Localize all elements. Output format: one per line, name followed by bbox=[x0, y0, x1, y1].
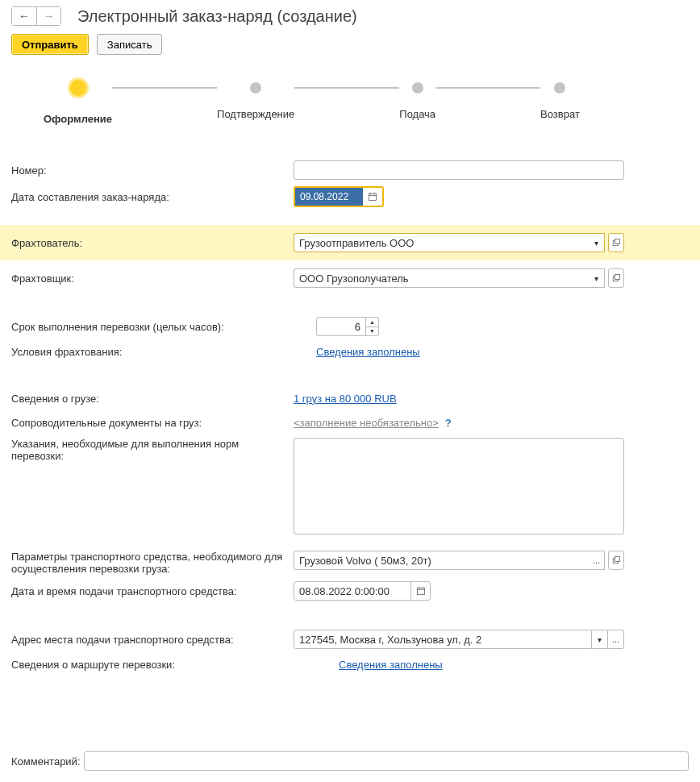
step-line bbox=[294, 87, 399, 89]
svg-rect-0 bbox=[369, 193, 377, 200]
duration-label: Срок выполнения перевозки (целых часов): bbox=[11, 321, 294, 333]
conditions-link[interactable]: Сведения заполнены bbox=[316, 346, 420, 358]
number-input[interactable] bbox=[294, 160, 624, 180]
conditions-label: Условия фрахтования: bbox=[11, 346, 294, 358]
open-icon[interactable] bbox=[608, 268, 624, 288]
vehicle-combo: Грузовой Volvo ( 50м3, 20т) … bbox=[294, 551, 624, 570]
date-input[interactable]: 09.08.2022 bbox=[295, 188, 363, 206]
svg-rect-7 bbox=[615, 275, 620, 280]
cargo-link[interactable]: 1 груз на 80 000 RUB bbox=[294, 393, 397, 405]
progress-steps: Оформление Подтверждение Подача Возврат bbox=[44, 77, 681, 125]
supply-dt-label: Дата и время подачи транспортного средст… bbox=[11, 585, 294, 597]
step-dot-icon bbox=[68, 77, 89, 98]
svg-rect-5 bbox=[615, 239, 620, 244]
docs-placeholder-link[interactable]: <заполнение необязательно> bbox=[294, 417, 439, 429]
supply-dt-input[interactable]: 08.08.2022 0:00:00 bbox=[294, 582, 410, 600]
help-icon[interactable]: ? bbox=[445, 417, 452, 429]
address-label: Адрес места подачи транспортного средств… bbox=[11, 634, 294, 646]
charterer-input[interactable]: Грузоотправитель ООО bbox=[294, 233, 589, 252]
instructions-label: Указания, необходимые для выполнения нор… bbox=[11, 438, 294, 462]
page-title: Электронный заказ-наряд (создание) bbox=[77, 7, 357, 26]
calendar-icon[interactable] bbox=[410, 582, 430, 600]
dropdown-icon[interactable]: ▾ bbox=[592, 630, 608, 649]
step-dot-icon bbox=[554, 82, 565, 94]
nav-forward-button[interactable]: → bbox=[36, 7, 60, 25]
docs-label: Сопроводительные документы на груз: bbox=[11, 417, 294, 429]
number-label: Номер: bbox=[11, 164, 294, 177]
duration-spinner: 6 ▲ ▼ bbox=[316, 317, 379, 336]
nav-history-buttons: ← → bbox=[11, 6, 61, 26]
charterer-label: Фрахтователь: bbox=[11, 237, 294, 249]
step-line bbox=[112, 87, 217, 89]
step-label: Возврат bbox=[540, 108, 580, 120]
duration-input[interactable]: 6 bbox=[317, 318, 365, 335]
dots-icon[interactable]: … bbox=[608, 630, 624, 649]
dropdown-icon[interactable]: ▾ bbox=[589, 268, 605, 288]
step-dot-icon bbox=[250, 82, 261, 94]
route-label: Сведения о маршруте перевозки: bbox=[11, 659, 294, 671]
save-button[interactable]: Записать bbox=[97, 34, 163, 55]
spinner-up-icon[interactable]: ▲ bbox=[366, 318, 378, 327]
step-line bbox=[435, 87, 540, 89]
date-input-wrap: 09.08.2022 bbox=[294, 186, 384, 207]
comment-input[interactable] bbox=[84, 751, 689, 771]
spinner-down-icon[interactable]: ▼ bbox=[366, 327, 378, 336]
step-label: Подача bbox=[399, 108, 435, 120]
step-label: Оформление bbox=[44, 113, 112, 125]
step-confirmation: Подтверждение bbox=[217, 82, 294, 120]
vehicle-label: Параметры транспортного средства, необхо… bbox=[11, 551, 294, 575]
date-label: Дата составления заказ-наряда: bbox=[11, 191, 294, 203]
vehicle-input[interactable]: Грузовой Volvo ( 50м3, 20т) bbox=[294, 551, 589, 570]
address-input[interactable]: 127545, Москва г, Хользунова ул, д. 2 bbox=[294, 630, 592, 649]
supply-dt-wrap: 08.08.2022 0:00:00 bbox=[294, 581, 431, 601]
route-link[interactable]: Сведения заполнены bbox=[339, 659, 443, 671]
step-formatting: Оформление bbox=[44, 77, 112, 125]
open-icon[interactable] bbox=[608, 551, 624, 570]
nav-back-button[interactable]: ← bbox=[12, 7, 36, 25]
address-combo: 127545, Москва г, Хользунова ул, д. 2 ▾ … bbox=[294, 630, 624, 649]
svg-rect-9 bbox=[615, 557, 620, 562]
step-dot-icon bbox=[412, 82, 423, 94]
instructions-textarea[interactable] bbox=[294, 438, 624, 535]
step-supply: Подача bbox=[399, 82, 435, 120]
send-button[interactable]: Отправить bbox=[11, 34, 89, 55]
carrier-label: Фрахтовщик: bbox=[11, 272, 294, 285]
charterer-combo: Грузоотправитель ООО ▾ bbox=[294, 233, 624, 252]
open-icon[interactable] bbox=[608, 233, 624, 252]
dropdown-icon[interactable]: ▾ bbox=[589, 233, 605, 252]
carrier-combo: ООО Грузополучатель ▾ bbox=[294, 268, 624, 288]
comment-label: Комментарий: bbox=[11, 755, 84, 767]
cargo-label: Сведения о грузе: bbox=[11, 393, 294, 405]
svg-rect-10 bbox=[417, 588, 424, 594]
step-label: Подтверждение bbox=[217, 108, 294, 120]
carrier-input[interactable]: ООО Грузополучатель bbox=[294, 268, 589, 288]
step-return: Возврат bbox=[540, 82, 580, 120]
calendar-icon[interactable] bbox=[363, 188, 382, 206]
dots-icon[interactable]: … bbox=[589, 551, 605, 570]
